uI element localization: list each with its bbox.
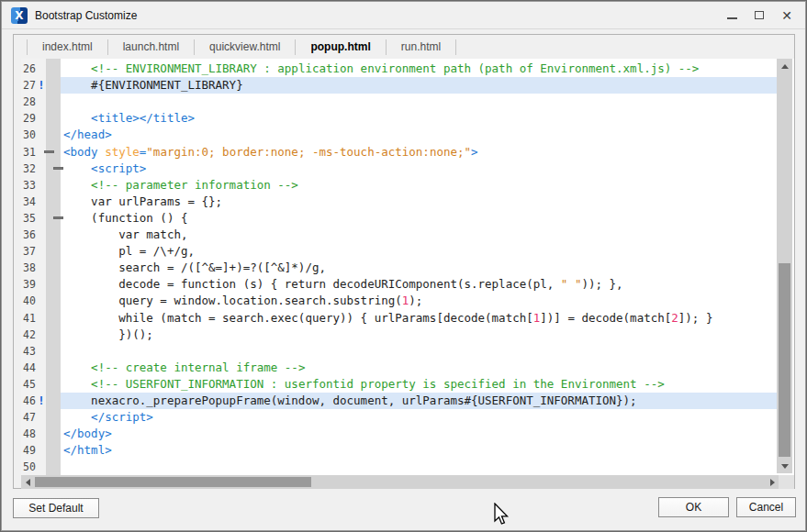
- minimize-icon: [727, 17, 737, 19]
- line-number: 49: [23, 442, 36, 459]
- warning-icon: !: [38, 77, 45, 94]
- h-scroll-right-button[interactable]: [766, 475, 779, 489]
- maximize-icon: [755, 11, 764, 19]
- line-number: 34: [23, 194, 36, 210]
- title-bar: X Bootstrap Customize ✕: [2, 2, 805, 29]
- fold-marker-icon[interactable]: [44, 150, 54, 153]
- arrow-left-icon: [26, 479, 30, 486]
- code-line[interactable]: var urlParams = {};: [61, 194, 777, 210]
- close-button[interactable]: ✕: [776, 6, 798, 26]
- fold-margin: [46, 59, 61, 475]
- bootstrap-customize-dialog: X Bootstrap Customize ✕ index.htmllaunch…: [0, 0, 807, 532]
- code-region: 2627!28293031323334353637383940414243444…: [21, 59, 794, 475]
- ok-button[interactable]: OK: [658, 497, 729, 517]
- tab-quickview-html[interactable]: quickview.html: [194, 39, 295, 55]
- line-number: 26: [23, 61, 36, 77]
- v-scroll-thumb[interactable]: [779, 263, 790, 457]
- code-line[interactable]: <!-- create internal iframe -->: [61, 360, 777, 376]
- code-line[interactable]: pl = /\+/g,: [61, 243, 777, 260]
- code-line[interactable]: <title></title>: [61, 110, 777, 127]
- arrow-up-icon: [781, 64, 789, 69]
- h-scroll-thumb[interactable]: [35, 477, 311, 487]
- tab-launch-html[interactable]: launch.html: [107, 39, 194, 55]
- line-number: 28: [23, 94, 36, 110]
- line-number: 31: [23, 144, 36, 161]
- code-line[interactable]: (function () {: [61, 210, 777, 227]
- v-scroll-up-button[interactable]: [777, 59, 792, 73]
- line-number: 32: [23, 161, 36, 177]
- maximize-button[interactable]: [748, 6, 770, 26]
- code-line[interactable]: <!-- parameter information -->: [61, 177, 777, 194]
- line-number: 38: [23, 260, 36, 276]
- cancel-button[interactable]: Cancel: [736, 497, 796, 517]
- code-line[interactable]: decode = function (s) { return decodeURI…: [61, 276, 777, 293]
- line-number: 33: [23, 177, 36, 194]
- line-number: 36: [23, 227, 36, 243]
- line-number-gutter: 2627!28293031323334353637383940414243444…: [21, 59, 46, 475]
- line-number: 43: [23, 343, 36, 360]
- code-line[interactable]: nexacro._preparePopupFrame(window, docum…: [61, 393, 777, 409]
- line-number: 29: [23, 110, 36, 127]
- v-scroll-down-button[interactable]: [777, 459, 792, 473]
- code-line[interactable]: while (match = search.exec(query)) { url…: [61, 310, 777, 327]
- code-line[interactable]: [61, 343, 777, 360]
- line-number: 42: [23, 327, 36, 343]
- set-default-button[interactable]: Set Default: [13, 498, 99, 518]
- code-line[interactable]: var match,: [61, 227, 777, 243]
- code-line[interactable]: search = /([^&=]+)=?([^&]*)/g,: [61, 260, 777, 276]
- tab-index-html[interactable]: index.html: [27, 39, 107, 55]
- close-icon: ✕: [781, 9, 792, 22]
- line-number: 46: [23, 393, 36, 409]
- line-number: 30: [23, 127, 36, 143]
- line-number: 35: [23, 210, 36, 227]
- window-controls: ✕: [721, 6, 798, 26]
- window-title: Bootstrap Customize: [35, 9, 721, 22]
- h-scroll-left-button[interactable]: [21, 475, 34, 489]
- line-number: 37: [23, 243, 36, 260]
- mouse-cursor: [493, 503, 510, 526]
- line-number: 44: [23, 360, 36, 376]
- editor-group: index.htmllaunch.htmlquickview.htmlpopup…: [13, 34, 795, 489]
- vertical-scrollbar[interactable]: [777, 59, 792, 473]
- code-editor: 2627!28293031323334353637383940414243444…: [21, 59, 794, 489]
- code-line[interactable]: #{ENVIRONMENT_LIBRARY}: [61, 77, 777, 94]
- horizontal-scrollbar[interactable]: [21, 475, 779, 489]
- line-number: 48: [23, 426, 36, 442]
- arrow-down-icon: [781, 464, 789, 469]
- code-line[interactable]: </html>: [61, 442, 777, 459]
- tab-run-html[interactable]: run.html: [386, 39, 456, 55]
- warning-icon: !: [38, 393, 45, 409]
- scrollbar-corner: [779, 475, 794, 489]
- code-area[interactable]: <!-- ENVIRONMENT_LIBRARY : application e…: [61, 59, 777, 475]
- code-line[interactable]: query = window.location.search.substring…: [61, 293, 777, 309]
- code-line[interactable]: })();: [61, 327, 777, 343]
- line-number: 39: [23, 276, 36, 293]
- code-line[interactable]: <!-- ENVIRONMENT_LIBRARY : application e…: [61, 61, 777, 77]
- arrow-right-icon: [770, 479, 775, 486]
- tab-bar: index.htmllaunch.htmlquickview.htmlpopup…: [14, 35, 794, 59]
- line-number: 47: [23, 409, 36, 426]
- tab-popup-html[interactable]: popup.html: [295, 39, 385, 55]
- code-line[interactable]: [61, 94, 777, 110]
- code-line[interactable]: </script>: [61, 409, 777, 426]
- line-number: 41: [23, 310, 36, 327]
- line-number: 45: [23, 376, 36, 393]
- minimize-button[interactable]: [721, 6, 743, 26]
- code-line[interactable]: <script>: [61, 161, 777, 177]
- line-number: 40: [23, 293, 36, 309]
- code-line[interactable]: [61, 459, 777, 475]
- code-line[interactable]: <!-- USERFONT_INFORMATION : userfontid p…: [61, 376, 777, 393]
- line-number: 50: [23, 459, 36, 475]
- code-line[interactable]: </body>: [61, 426, 777, 442]
- code-line[interactable]: <body style="margin:0; border:none; -ms-…: [61, 144, 777, 161]
- code-line[interactable]: </head>: [61, 127, 777, 143]
- line-number: 27: [23, 77, 36, 94]
- nexacro-logo-icon: X: [11, 7, 28, 24]
